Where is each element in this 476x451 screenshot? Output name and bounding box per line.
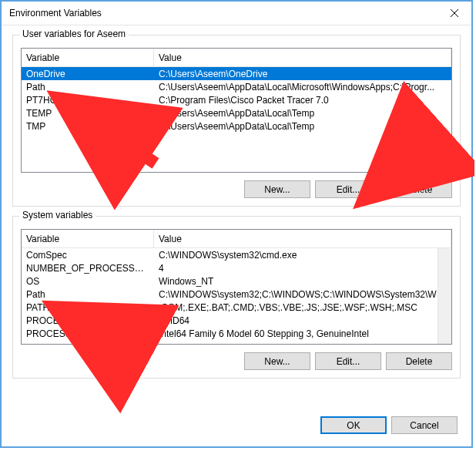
system-buttons: New... Edit... Delete — [21, 352, 452, 370]
cell-variable: PROCESSOR_IDENTIFIER — [22, 328, 154, 339]
system-rows: ComSpecC:\WINDOWS\system32\cmd.exeNUMBER… — [22, 248, 451, 340]
environment-variables-dialog: Environment Variables User variables for… — [0, 0, 473, 448]
cell-variable: TEMP — [22, 108, 154, 119]
user-edit-button[interactable]: Edit... — [315, 180, 381, 198]
cell-variable: NUMBER_OF_PROCESSORS — [22, 263, 154, 274]
cell-value: C:\Program Files\Cisco Packet Tracer 7.0 — [154, 95, 451, 106]
cell-variable: Path — [22, 82, 154, 93]
user-rows: OneDriveC:\Users\Aseem\OneDrivePathC:\Us… — [22, 67, 451, 133]
cancel-button[interactable]: Cancel — [391, 416, 458, 434]
cell-value: .COM;.EXE;.BAT;.CMD;.VBS;.VBE;.JS;.JSE;.… — [154, 302, 451, 313]
user-buttons: New... Edit... Delete — [21, 180, 452, 198]
cell-value: C:\Users\Aseem\AppData\Local\Microsoft\W… — [154, 82, 451, 93]
system-new-button[interactable]: New... — [244, 352, 310, 370]
cell-value: C:\Users\Aseem\OneDrive — [154, 69, 451, 79]
col-value[interactable]: Value — [154, 49, 451, 66]
table-row[interactable]: PT7HOMEC:\Program Files\Cisco Packet Tra… — [22, 93, 451, 106]
user-new-button[interactable]: New... — [244, 180, 310, 198]
cell-value: Intel64 Family 6 Model 60 Stepping 3, Ge… — [154, 328, 451, 339]
close-icon — [451, 9, 458, 17]
cell-variable: OS — [22, 276, 154, 287]
col-variable[interactable]: Variable — [22, 49, 154, 66]
table-row[interactable]: PathC:\WINDOWS\system32;C:\WINDOWS;C:\WI… — [22, 288, 451, 301]
cell-variable: PROCESSOR_ARCHITECTURE — [22, 315, 154, 326]
user-group-label: User variables for Aseem — [19, 29, 129, 39]
cell-value: C:\Users\Aseem\AppData\Local\Temp — [154, 108, 451, 119]
cell-value: C:\Users\Aseem\AppData\Local\Temp — [154, 121, 451, 132]
system-edit-button[interactable]: Edit... — [315, 352, 381, 370]
user-delete-button[interactable]: Delete — [386, 180, 452, 198]
cell-variable: OneDrive — [22, 69, 154, 79]
cell-variable: PT7HOME — [22, 95, 154, 106]
table-row[interactable]: PathC:\Users\Aseem\AppData\Local\Microso… — [22, 80, 451, 93]
titlebar: Environment Variables — [2, 2, 471, 25]
system-delete-button[interactable]: Delete — [386, 352, 452, 370]
table-row[interactable]: OneDriveC:\Users\Aseem\OneDrive — [22, 67, 451, 80]
window-title: Environment Variables — [9, 8, 437, 19]
col-variable[interactable]: Variable — [22, 230, 154, 247]
system-group-label: System variables — [19, 210, 96, 220]
ok-button[interactable]: OK — [320, 416, 387, 434]
cell-value: Windows_NT — [154, 276, 451, 287]
system-variables-group: System variables Variable Value ComSpecC… — [12, 216, 461, 379]
cell-variable: Path — [22, 289, 154, 300]
cell-variable: TMP — [22, 121, 154, 132]
col-value[interactable]: Value — [154, 230, 451, 247]
cell-value: 4 — [154, 263, 451, 274]
user-variables-group: User variables for Aseem Variable Value … — [12, 35, 461, 207]
table-row[interactable]: TMPC:\Users\Aseem\AppData\Local\Temp — [22, 119, 451, 133]
scrollbar[interactable] — [437, 248, 451, 344]
table-row[interactable]: PATHEXT.COM;.EXE;.BAT;.CMD;.VBS;.VBE;.JS… — [22, 301, 451, 314]
table-row[interactable]: PROCESSOR_IDENTIFIERIntel64 Family 6 Mod… — [22, 327, 451, 340]
table-row[interactable]: PROCESSOR_ARCHITECTUREAMD64 — [22, 314, 451, 327]
dialog-footer: OK Cancel — [320, 416, 458, 434]
cell-value: C:\WINDOWS\system32;C:\WINDOWS;C:\WINDOW… — [154, 289, 451, 300]
table-row[interactable]: OSWindows_NT — [22, 274, 451, 288]
list-header[interactable]: Variable Value — [22, 49, 451, 67]
list-header[interactable]: Variable Value — [22, 230, 451, 248]
table-row[interactable]: NUMBER_OF_PROCESSORS4 — [22, 261, 451, 274]
dialog-content: User variables for Aseem Variable Value … — [2, 25, 471, 395]
cell-value: C:\WINDOWS\system32\cmd.exe — [154, 250, 451, 261]
cell-variable: ComSpec — [22, 250, 154, 261]
cell-value: AMD64 — [154, 315, 451, 326]
system-variables-list[interactable]: Variable Value ComSpecC:\WINDOWS\system3… — [21, 229, 452, 345]
cell-variable: PATHEXT — [22, 302, 154, 313]
table-row[interactable]: TEMPC:\Users\Aseem\AppData\Local\Temp — [22, 106, 451, 119]
close-button[interactable] — [437, 2, 471, 25]
table-row[interactable]: ComSpecC:\WINDOWS\system32\cmd.exe — [22, 248, 451, 261]
user-variables-list[interactable]: Variable Value OneDriveC:\Users\Aseem\On… — [21, 48, 452, 173]
